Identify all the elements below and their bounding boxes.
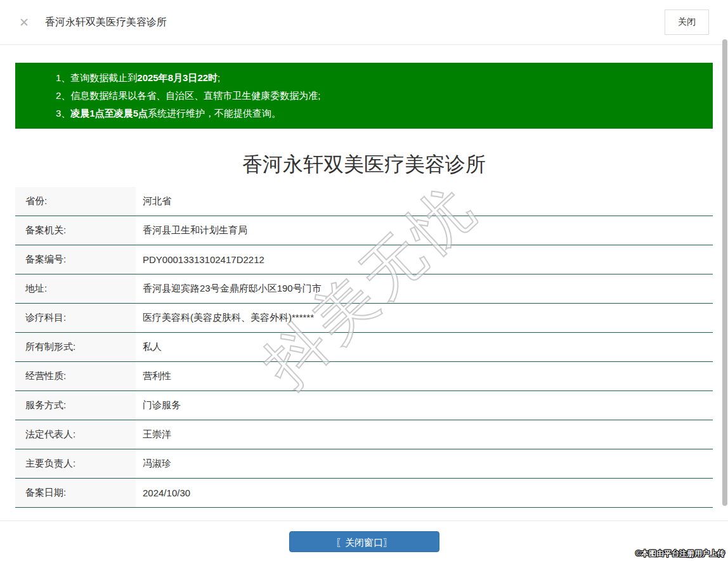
table-row: 备案机关: 香河县卫生和计划生育局: [15, 216, 713, 245]
notice-text: ;: [218, 72, 220, 83]
row-value: 营利性: [136, 362, 713, 390]
row-value: 2024/10/30: [136, 479, 713, 507]
header-bar: ✕ 香河永轩双美医疗美容诊所 关闭: [0, 0, 728, 45]
table-row: 主要负责人: 冯淑珍: [15, 449, 713, 479]
table-row: 备案日期: 2024/10/30: [15, 479, 713, 508]
notice-line: 2、信息数据结果以各省、自治区、直辖市卫生健康委数据为准;: [56, 87, 700, 105]
row-value: 河北省: [136, 187, 713, 216]
header-close-button[interactable]: 关闭: [665, 10, 709, 35]
notice-text-bold: 凌晨1点至凌晨5点: [70, 108, 148, 119]
row-label: 诊疗科目:: [15, 304, 136, 332]
row-label: 地址:: [15, 274, 136, 303]
row-label: 服务方式:: [15, 391, 136, 420]
notice-banner: 1、查询数据截止到2025年8月3日22时; 2、信息数据结果以各省、自治区、直…: [15, 63, 713, 129]
notice-text: 系统进行维护，不能提供查询。: [148, 108, 281, 119]
close-x-icon[interactable]: ✕: [19, 16, 29, 29]
row-label: 主要负责人:: [15, 449, 136, 478]
table-row: 诊疗科目: 医疗美容科(美容皮肤科、美容外科)******: [15, 304, 713, 333]
row-label: 省份:: [15, 187, 136, 216]
info-table: 省份: 河北省 备案机关: 香河县卫生和计划生育局 备案编号: PDY00013…: [15, 187, 713, 508]
row-label: 法定代表人:: [15, 420, 136, 449]
scrollbar-thumb[interactable]: [722, 39, 727, 506]
row-value: 王崇洋: [136, 420, 713, 449]
table-row: 所有制形式: 私人: [15, 333, 713, 362]
row-label: 备案编号:: [15, 245, 136, 274]
row-label: 所有制形式:: [15, 333, 136, 361]
row-label: 备案机关:: [15, 216, 136, 245]
notice-text: 2、信息数据结果以各省、自治区、直辖市卫生健康委数据为准;: [56, 90, 321, 101]
close-window-button[interactable]: 〖关闭窗口〗: [289, 531, 439, 552]
notice-line: 1、查询数据截止到2025年8月3日22时;: [56, 69, 700, 87]
header-title: 香河永轩双美医疗美容诊所: [45, 16, 167, 29]
table-row: 经营性质: 营利性: [15, 362, 713, 391]
page-title: 香河永轩双美医疗美容诊所: [0, 152, 728, 177]
upload-credit-text: ©本图由平台注册用户上传: [635, 548, 725, 559]
row-label: 经营性质:: [15, 362, 136, 390]
row-label: 备案日期:: [15, 479, 136, 507]
table-row: 服务方式: 门诊服务: [15, 391, 713, 420]
table-row: 法定代表人: 王崇洋: [15, 420, 713, 449]
notice-line: 3、凌晨1点至凌晨5点系统进行维护，不能提供查询。: [56, 105, 700, 122]
row-value: 医疗美容科(美容皮肤科、美容外科)******: [136, 304, 713, 332]
row-value: 门诊服务: [136, 391, 713, 420]
row-value: 香河县卫生和计划生育局: [136, 216, 713, 245]
notice-text-bold: 2025年8月3日22时: [137, 72, 218, 83]
row-value: 冯淑珍: [136, 449, 713, 478]
row-value: 香河县迎宾路23号金鼎府邸小区190号门市: [136, 274, 713, 303]
table-row: 省份: 河北省: [15, 187, 713, 216]
notice-text: 1、查询数据截止到: [56, 72, 137, 83]
row-value: PDY00013313102417D2212: [136, 245, 713, 274]
row-value: 私人: [136, 333, 713, 361]
notice-text: 3、: [56, 108, 70, 119]
footer: 〖关闭窗口〗: [0, 521, 728, 552]
table-row: 备案编号: PDY00013313102417D2212: [15, 245, 713, 274]
table-row: 地址: 香河县迎宾路23号金鼎府邸小区190号门市: [15, 274, 713, 304]
